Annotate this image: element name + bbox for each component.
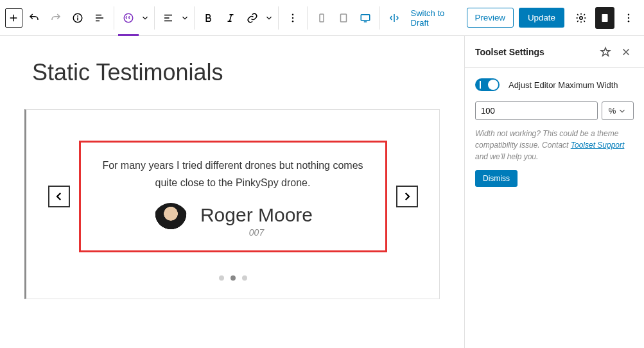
more-menu-button[interactable] [618, 6, 639, 30]
top-toolbar: Switch to Draft Preview Update [0, 0, 644, 36]
dismiss-button[interactable]: Dismiss [475, 170, 518, 187]
width-toggle[interactable] [475, 78, 500, 91]
slider-dot[interactable] [231, 275, 236, 281]
svg-point-3 [292, 13, 293, 15]
svg-point-4 [292, 17, 293, 18]
settings-sidebar: Toolset Settings Adjust Editor Maximum W… [464, 36, 644, 348]
svg-point-2 [124, 13, 133, 22]
width-unit-select[interactable]: % [602, 101, 634, 120]
device-tablet-icon[interactable] [333, 6, 354, 30]
slider-dots [38, 275, 428, 281]
svg-point-12 [628, 17, 629, 18]
info-button[interactable] [67, 6, 88, 30]
testimonial-slide[interactable]: For many years I tried different drones … [79, 141, 387, 252]
testimonial-slider-block[interactable]: For many years I tried different drones … [24, 109, 440, 299]
author-avatar [153, 203, 189, 239]
width-help-text: Width not working? This could be a theme… [475, 128, 634, 162]
device-mobile-icon[interactable] [311, 6, 332, 30]
align-caret[interactable] [180, 6, 190, 30]
quote-block-icon[interactable] [118, 6, 139, 30]
split-icon[interactable] [384, 6, 405, 30]
slider-dot[interactable] [242, 275, 247, 281]
switch-draft-button[interactable]: Switch to Draft [406, 8, 464, 28]
support-link[interactable]: Toolset Support [571, 141, 625, 150]
italic-button[interactable] [220, 6, 241, 30]
outline-button[interactable] [89, 6, 110, 30]
svg-rect-7 [340, 14, 346, 22]
svg-rect-10 [602, 14, 607, 22]
more-inline-button[interactable] [283, 6, 303, 30]
width-toggle-label: Adjust Editor Maximum Width [509, 80, 618, 90]
format-caret[interactable] [264, 6, 274, 30]
author-role[interactable]: 007 [200, 227, 313, 238]
author-name[interactable]: Roger Moore [200, 204, 313, 226]
add-block-button[interactable] [5, 8, 22, 28]
editor-canvas[interactable]: Static Testimonials For many years I tri… [0, 36, 464, 348]
testimonial-quote[interactable]: For many years I tried different drones … [96, 157, 370, 191]
device-desktop-icon[interactable] [355, 6, 376, 30]
svg-point-9 [580, 16, 583, 19]
svg-point-1 [77, 15, 78, 17]
width-unit-label: % [609, 106, 616, 116]
redo-button[interactable] [46, 6, 66, 30]
link-button[interactable] [242, 6, 263, 30]
slider-next-button[interactable] [396, 186, 418, 207]
favorite-star-icon[interactable] [598, 44, 613, 60]
slider-prev-button[interactable] [48, 186, 70, 207]
undo-button[interactable] [24, 6, 44, 30]
svg-point-11 [628, 13, 629, 15]
sidebar-title: Toolset Settings [475, 47, 593, 57]
settings-gear-icon[interactable] [571, 6, 591, 30]
svg-point-13 [628, 21, 629, 22]
width-input[interactable] [475, 101, 598, 120]
bold-button[interactable] [198, 6, 219, 30]
preview-button[interactable]: Preview [467, 8, 514, 28]
block-type-caret[interactable] [140, 6, 150, 30]
page-title[interactable]: Static Testimonials [32, 59, 440, 86]
svg-rect-6 [320, 14, 324, 22]
toolset-icon[interactable] [595, 7, 614, 29]
update-button[interactable]: Update [519, 8, 564, 28]
align-button[interactable] [158, 6, 178, 30]
svg-point-5 [292, 21, 293, 22]
slider-dot[interactable] [219, 275, 224, 281]
svg-rect-8 [361, 14, 370, 20]
close-icon[interactable] [618, 44, 634, 60]
